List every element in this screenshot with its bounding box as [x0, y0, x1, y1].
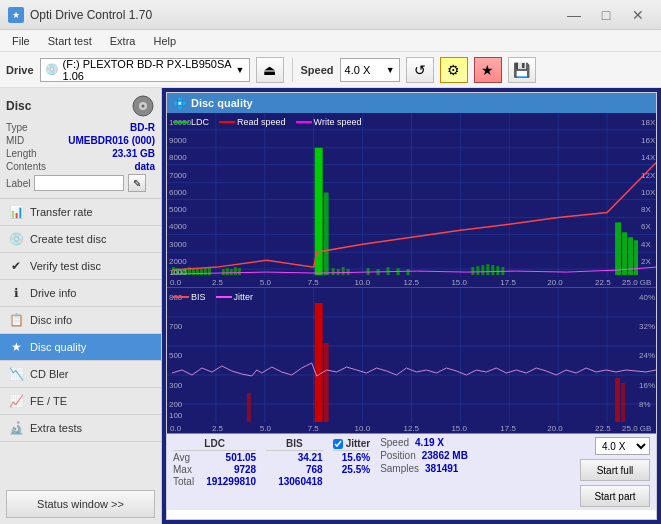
menu-help[interactable]: Help [145, 33, 184, 49]
svg-text:16%: 16% [639, 381, 655, 390]
svg-text:17.5: 17.5 [500, 278, 516, 287]
svg-text:22.5: 22.5 [595, 424, 611, 433]
sidebar-item-disc-info[interactable]: 📋 Disc info [0, 307, 161, 334]
legend-ldc: LDC [173, 117, 209, 127]
menu-file[interactable]: File [4, 33, 38, 49]
svg-text:2.5: 2.5 [212, 278, 224, 287]
disc-info-label: Disc info [30, 314, 72, 326]
disc-header: Disc [6, 94, 155, 118]
label-input[interactable] [34, 175, 124, 191]
cd-bler-label: CD Bler [30, 368, 69, 380]
svg-rect-38 [324, 193, 329, 276]
sidebar-item-transfer-rate[interactable]: 📊 Transfer rate [0, 199, 161, 226]
write-speed-label: Write speed [314, 117, 362, 127]
svg-text:17.5: 17.5 [500, 424, 516, 433]
quality-button[interactable]: ★ [474, 57, 502, 83]
svg-rect-55 [615, 222, 621, 275]
bottom-chart: BIS Jitter [167, 288, 656, 433]
svg-text:2000: 2000 [169, 257, 187, 266]
total-label: Total [173, 476, 194, 487]
svg-text:10X: 10X [641, 188, 656, 197]
position-row: Position 23862 MB [380, 450, 570, 461]
label-edit-button[interactable]: ✎ [128, 174, 146, 192]
settings-button[interactable]: ⚙ [440, 57, 468, 83]
disc-contents-row: Contents data [6, 161, 155, 172]
svg-text:40%: 40% [639, 293, 655, 302]
bis-avg-row: 34.21 [266, 452, 323, 463]
minimize-button[interactable]: — [559, 4, 589, 26]
status-window-label: Status window >> [37, 498, 124, 510]
svg-rect-106 [615, 378, 620, 422]
stats-area: LDC Avg 501.05 Max 9728 Total 191299810 [167, 433, 656, 510]
start-full-button[interactable]: Start full [580, 459, 650, 481]
svg-text:7000: 7000 [169, 171, 187, 180]
jitter-avg-row: 15.6% [333, 452, 370, 463]
svg-text:18X: 18X [641, 118, 656, 127]
speed-selector[interactable]: 4.0 X ▼ [340, 58, 400, 82]
speed-dropdown[interactable]: 4.0 X 2.0 X 1.0 X [595, 437, 650, 455]
drive-selector[interactable]: 💿 (F:) PLEXTOR BD-R PX-LB950SA 1.06 ▼ [40, 58, 250, 82]
contents-value: data [134, 161, 155, 172]
bottom-chart-svg: 800 700 500 300 200 100 40% 32% 24% 16% … [167, 288, 656, 433]
sidebar-item-fe-te[interactable]: 📈 FE / TE [0, 388, 161, 415]
svg-text:9000: 9000 [169, 136, 187, 145]
max-label: Max [173, 464, 192, 475]
drive-label: Drive [6, 64, 34, 76]
start-part-button[interactable]: Start part [580, 485, 650, 507]
fe-te-label: FE / TE [30, 395, 67, 407]
svg-text:12X: 12X [641, 171, 656, 180]
ldc-max-row: Max 9728 [173, 464, 256, 475]
eject-button[interactable]: ⏏ [256, 57, 284, 83]
verify-test-label: Verify test disc [30, 260, 101, 272]
ldc-max-value: 9728 [234, 464, 256, 475]
refresh-button[interactable]: ↺ [406, 57, 434, 83]
sidebar-item-disc-quality[interactable]: ★ Disc quality [0, 334, 161, 361]
create-test-icon: 💿 [8, 231, 24, 247]
disc-quality-icon: ★ [8, 339, 24, 355]
svg-text:4X: 4X [641, 240, 651, 249]
close-button[interactable]: ✕ [623, 4, 653, 26]
svg-rect-103 [315, 303, 323, 422]
svg-text:3000: 3000 [169, 240, 187, 249]
menu-extra[interactable]: Extra [102, 33, 144, 49]
mid-value: UMEBDR016 (000) [68, 135, 155, 146]
jitter-check-row: Jitter [333, 437, 370, 451]
svg-rect-34 [230, 269, 233, 275]
sidebar-item-extra-tests[interactable]: 🔬 Extra tests [0, 415, 161, 442]
svg-text:20.0: 20.0 [547, 278, 563, 287]
bis-avg-value: 34.21 [298, 452, 323, 463]
svg-rect-47 [407, 269, 410, 275]
sidebar-item-create-test-disc[interactable]: 💿 Create test disc [0, 226, 161, 253]
menu-starttest[interactable]: Start test [40, 33, 100, 49]
extra-tests-icon: 🔬 [8, 420, 24, 436]
sidebar-item-cd-bler[interactable]: 📉 CD Bler [0, 361, 161, 388]
window-controls: — □ ✕ [559, 4, 653, 26]
read-speed-label: Read speed [237, 117, 286, 127]
speed-select-row: 4.0 X 2.0 X 1.0 X [595, 437, 650, 455]
svg-text:0.0: 0.0 [170, 424, 182, 433]
sidebar-item-verify-test-disc[interactable]: ✔ Verify test disc [0, 253, 161, 280]
svg-text:500: 500 [169, 351, 183, 360]
disc-type-row: Type BD-R [6, 122, 155, 133]
svg-rect-30 [204, 268, 207, 275]
svg-text:32%: 32% [639, 322, 655, 331]
jitter-checkbox[interactable] [333, 439, 343, 449]
svg-rect-56 [622, 232, 627, 275]
separator [292, 58, 293, 82]
save-button[interactable]: 💾 [508, 57, 536, 83]
create-test-label: Create test disc [30, 233, 106, 245]
svg-text:700: 700 [169, 322, 183, 331]
jitter-stats: Jitter 15.6% 25.5% [333, 437, 370, 476]
svg-rect-41 [342, 267, 345, 275]
svg-text:5.0: 5.0 [260, 424, 272, 433]
svg-rect-39 [332, 268, 335, 275]
sidebar-item-drive-info[interactable]: ℹ Drive info [0, 280, 161, 307]
disc-icon [131, 94, 155, 118]
top-legend: LDC Read speed Write speed [169, 115, 365, 129]
length-label: Length [6, 148, 37, 159]
svg-rect-107 [621, 383, 625, 422]
maximize-button[interactable]: □ [591, 4, 621, 26]
svg-rect-29 [200, 269, 203, 275]
status-window-button[interactable]: Status window >> [6, 490, 155, 518]
speed-label: Speed [380, 437, 409, 448]
